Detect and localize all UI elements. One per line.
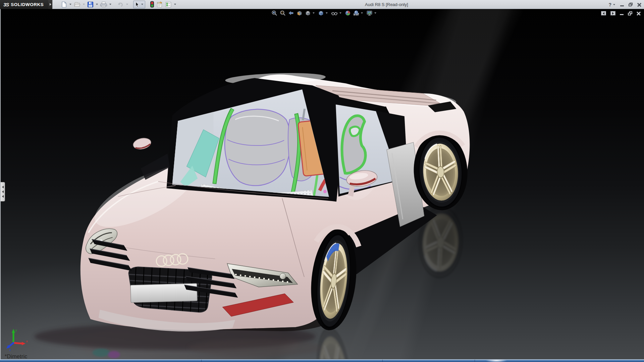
car-body	[80, 72, 470, 333]
file-properties-icon	[156, 1, 163, 8]
brand-name: SOLIDWORKS	[11, 2, 44, 7]
save-dropdown[interactable]	[96, 4, 98, 5]
close-button[interactable]	[637, 3, 641, 7]
bottom-edge-strip	[0, 359, 644, 362]
view-settings-icon	[366, 10, 373, 16]
open-document-button[interactable]	[73, 1, 81, 8]
apply-scene-dropdown[interactable]	[361, 12, 363, 14]
zoom-to-area-button[interactable]	[279, 10, 286, 16]
display-style-icon	[318, 10, 324, 16]
window-controls	[620, 3, 641, 7]
brand-mark: 3S	[3, 2, 9, 7]
print-icon	[100, 1, 107, 8]
save-button[interactable]	[87, 1, 94, 8]
collapse-arrow-icon	[2, 195, 4, 198]
featuremanager-splitter[interactable]	[1, 182, 5, 201]
zoom-to-fit-button[interactable]	[271, 10, 278, 16]
solidworks-logo: 3S SOLIDWORKS	[0, 0, 48, 9]
graphics-viewport[interactable]: y x z *Dimetric	[0, 9, 644, 359]
rebuild-traffic-light-icon	[150, 1, 154, 8]
section-view-icon	[297, 10, 303, 16]
undo-icon	[117, 1, 124, 8]
show-left-pane-button[interactable]	[601, 11, 606, 15]
zoom-to-fit-icon	[271, 10, 277, 16]
main-toolbar	[53, 1, 177, 8]
show-right-pane-button[interactable]	[610, 11, 615, 15]
document-close-button[interactable]	[637, 11, 641, 15]
new-dropdown[interactable]	[69, 4, 71, 5]
help-dropdown[interactable]	[613, 4, 615, 5]
rebuild-button[interactable]	[149, 1, 155, 8]
print-button[interactable]	[100, 1, 108, 8]
headsup-view-toolbar	[271, 10, 378, 16]
display-style-dropdown[interactable]	[326, 12, 328, 14]
apply-scene-button[interactable]	[353, 10, 364, 16]
options-button[interactable]	[164, 1, 172, 8]
orientation-triad: y x z	[5, 327, 30, 351]
left-mirror	[132, 136, 152, 150]
zoom-to-area-icon	[280, 10, 286, 16]
document-restore-button[interactable]	[628, 11, 632, 15]
apply-scene-icon	[353, 10, 359, 16]
open-dropdown[interactable]	[83, 4, 85, 5]
select-cursor-icon	[134, 1, 140, 8]
view-settings-dropdown[interactable]	[374, 12, 376, 14]
new-document-icon	[61, 1, 67, 8]
audi-r8-model[interactable]	[1, 9, 644, 359]
undo-dropdown[interactable]	[126, 4, 128, 5]
section-view-button[interactable]	[296, 10, 303, 16]
select-button[interactable]	[133, 1, 145, 8]
view-settings-button[interactable]	[366, 10, 378, 16]
flyout-arrow-icon	[50, 3, 51, 6]
window-title: Audi R8 S [Read-only]	[365, 2, 408, 7]
display-style-button[interactable]	[318, 10, 329, 16]
view-orientation-dropdown[interactable]	[313, 12, 315, 14]
left-pane-icon	[603, 12, 604, 15]
edit-appearance-icon	[345, 10, 351, 16]
hide-show-glasses-icon	[331, 10, 338, 16]
print-dropdown[interactable]	[109, 4, 111, 5]
collapse-arrow-icon	[2, 186, 4, 188]
y-axis-label: y	[15, 328, 17, 332]
previous-view-icon	[288, 10, 294, 16]
open-document-icon	[74, 1, 80, 8]
document-minimize-button[interactable]	[620, 14, 624, 15]
hide-show-items-button[interactable]	[331, 10, 343, 16]
new-document-button[interactable]	[60, 1, 68, 8]
restore-button[interactable]	[629, 3, 633, 6]
x-axis-label: x	[26, 340, 28, 343]
menu-flyout-button[interactable]	[48, 0, 53, 9]
right-pane-icon	[612, 12, 614, 15]
minimize-button[interactable]	[620, 5, 624, 6]
view-orientation-button[interactable]	[305, 10, 316, 16]
options-checklist-icon	[165, 1, 172, 8]
file-properties-button[interactable]	[156, 1, 164, 8]
hide-show-dropdown[interactable]	[339, 12, 341, 14]
select-dropdown[interactable]	[141, 4, 143, 5]
previous-view-button[interactable]	[288, 10, 294, 16]
titlebar-controls: ?	[608, 0, 641, 9]
view-orientation-label: *Dimetric	[5, 354, 28, 359]
collapse-arrow-icon	[2, 190, 4, 193]
undo-button[interactable]	[116, 1, 124, 8]
save-icon	[87, 1, 94, 8]
help-button[interactable]: ?	[608, 2, 611, 7]
document-window-controls	[601, 11, 641, 15]
z-axis-label: z	[9, 348, 11, 351]
titlebar: 3S SOLIDWORKS	[0, 0, 644, 9]
view-orientation-icon	[305, 10, 311, 16]
options-dropdown[interactable]	[174, 4, 176, 5]
edit-appearance-button[interactable]	[344, 10, 351, 16]
